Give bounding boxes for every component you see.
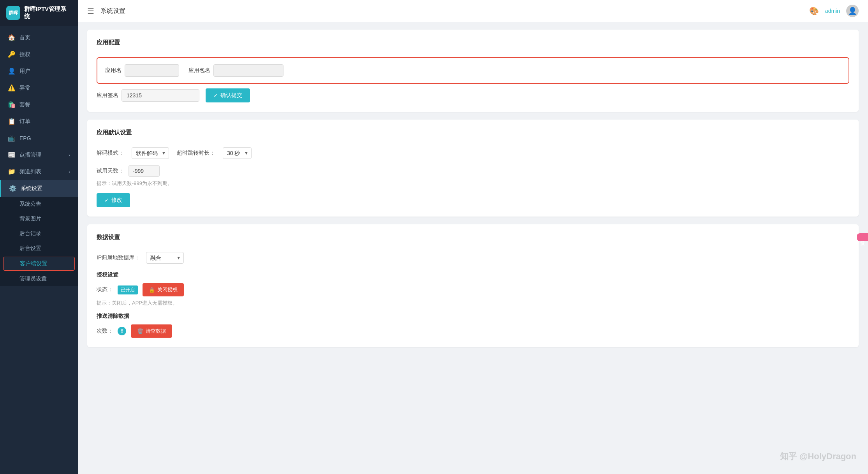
sidebar-item-notice[interactable]: 系统公告 (0, 197, 78, 211)
decode-row: 解码模式： 软件解码 硬件解码 ▼ 超时跳转时长： 10 秒 20 秒 30 秒… (97, 147, 849, 159)
home-icon: 🏠 (8, 34, 16, 41)
sidebar-sub-label: 管理员设置 (19, 275, 47, 282)
page-title: 系统设置 (100, 7, 125, 15)
app-pkg-group: 应用包名 (188, 64, 283, 77)
auth-subtitle: 授权设置 (97, 271, 849, 278)
sidebar-item-client-settings[interactable]: 客户端设置 (3, 257, 75, 271)
sidebar-item-order[interactable]: 📋 订单 (0, 113, 78, 130)
modify-button[interactable]: ✓ 修改 (97, 193, 130, 207)
clear-icon: 🗑️ (137, 328, 143, 334)
timeout-label: 超时跳转时长： (177, 150, 215, 157)
sidebar-item-channel[interactable]: 📁 频道列表 › (0, 163, 78, 180)
app-sign-label: 应用签名 (97, 92, 118, 99)
order-icon: 📋 (8, 118, 16, 125)
menu-icon[interactable]: ☰ (87, 6, 94, 16)
main-area: ☰ 系统设置 🎨 admin 👤 应用配置 应用名 应用包名 (78, 0, 868, 474)
sidebar-item-package[interactable]: 🛍️ 套餐 (0, 96, 78, 113)
user-icon: 👤 (8, 67, 16, 75)
decode-label: 解码模式： (97, 150, 124, 157)
sidebar-item-user[interactable]: 👤 用户 (0, 63, 78, 79)
sidebar-subnav: 系统公告 背景图片 后台记录 后台设置 客户端设置 管理员设置 (0, 197, 78, 286)
sidebar-item-auth[interactable]: 🔑 授权 (0, 46, 78, 63)
check-icon: ✓ (104, 197, 109, 203)
data-settings-card: 数据设置 IP归属地数据库： 融合 纯真 MaxMind ▼ 授权设置 状态： … (87, 224, 859, 347)
sidebar-item-label: 系统设置 (21, 185, 42, 192)
sidebar-item-settings[interactable]: ⚙️ 系统设置 (0, 180, 78, 197)
status-badge: 已开启 (118, 285, 138, 294)
sidebar-sub-label: 客户端设置 (20, 260, 47, 266)
settings-icon: ⚙️ (9, 185, 17, 192)
trial-row: 试用天数： (97, 165, 849, 177)
content-area: 应用配置 应用名 应用包名 应用签名 ✓ 确认提交 (78, 22, 868, 474)
app-name-input[interactable] (125, 64, 179, 77)
broadcast-icon: 📰 (8, 151, 16, 159)
user-name[interactable]: admin (825, 8, 840, 14)
chevron-right-icon: › (69, 169, 70, 174)
auth-status-row: 状态： 已开启 🔒 关闭授权 (97, 283, 849, 296)
sidebar-item-backend-settings[interactable]: 后台设置 (0, 241, 78, 256)
feedback-button[interactable]: 反馈 (857, 233, 868, 241)
sidebar: 群晖 群晖IPTV管理系统 🏠 首页 🔑 授权 👤 用户 ⚠️ 异常 🛍️ 套餐… (0, 0, 78, 474)
trial-days-input[interactable] (129, 165, 160, 177)
sidebar-item-admin-settings[interactable]: 管理员设置 (0, 271, 78, 286)
state-label: 状态： (97, 286, 113, 293)
close-auth-label: 关闭授权 (157, 286, 178, 293)
default-settings-title: 应用默认设置 (97, 129, 849, 139)
sidebar-sub-label: 背景图片 (19, 215, 41, 222)
lock-icon: 🔒 (149, 287, 155, 293)
app-sign-input[interactable] (121, 89, 199, 102)
ip-db-row: IP归属地数据库： 融合 纯真 MaxMind ▼ (97, 252, 849, 264)
app-sign-row: 应用签名 ✓ 确认提交 (97, 88, 849, 102)
decode-select-wrapper: 软件解码 硬件解码 ▼ (132, 147, 169, 159)
close-auth-button[interactable]: 🔒 关闭授权 (143, 283, 184, 296)
clear-label: 清空数据 (146, 328, 166, 335)
data-settings-title: 数据设置 (97, 234, 849, 244)
sidebar-item-home[interactable]: 🏠 首页 (0, 29, 78, 46)
topbar-right: 🎨 admin 👤 (809, 5, 859, 17)
sidebar-item-broadcast[interactable]: 📰 点播管理 › (0, 146, 78, 163)
app-title: 群晖IPTV管理系统 (24, 5, 72, 20)
sidebar-item-label: 订单 (19, 118, 30, 125)
sidebar-item-backend-log[interactable]: 后台记录 (0, 226, 78, 241)
sidebar-sub-label: 后台设置 (19, 245, 41, 251)
push-subtitle: 推送清除数据 (97, 313, 849, 320)
app-name-label: 应用名 (105, 67, 121, 74)
confirm-label: 确认提交 (220, 92, 242, 99)
push-clear-row: 次数： 6 🗑️ 清空数据 (97, 324, 849, 338)
sidebar-item-exception[interactable]: ⚠️ 异常 (0, 79, 78, 96)
sidebar-item-label: 用户 (19, 68, 30, 75)
sidebar-item-label: 首页 (19, 34, 30, 41)
app-name-group: 应用名 (105, 64, 179, 77)
decode-select[interactable]: 软件解码 硬件解码 (132, 147, 169, 159)
exception-icon: ⚠️ (8, 84, 16, 92)
app-sign-group: 应用签名 (97, 89, 199, 102)
auth-hint: 提示：关闭后，APP进入无需授权。 (97, 300, 849, 307)
sidebar-item-epg[interactable]: 📺 EPG (0, 130, 78, 146)
sidebar-item-label: 频道列表 (19, 168, 41, 175)
package-icon: 🛍️ (8, 101, 16, 108)
trial-label: 试用天数： (97, 167, 124, 174)
sidebar-item-label: 异常 (19, 85, 30, 92)
ip-select[interactable]: 融合 纯真 MaxMind (146, 252, 184, 264)
sidebar-item-bg[interactable]: 背景图片 (0, 211, 78, 226)
topbar: ☰ 系统设置 🎨 admin 👤 (78, 0, 868, 22)
clear-data-button[interactable]: 🗑️ 清空数据 (131, 324, 172, 338)
confirm-submit-button[interactable]: ✓ 确认提交 (206, 88, 250, 102)
sidebar-nav: 🏠 首页 🔑 授权 👤 用户 ⚠️ 异常 🛍️ 套餐 📋 订单 📺 EPG 📰 (0, 26, 78, 474)
avatar[interactable]: 👤 (846, 5, 859, 17)
app-config-form: 应用名 应用包名 (97, 57, 849, 84)
app-config-title: 应用配置 (97, 39, 849, 49)
times-label: 次数： (97, 328, 113, 335)
timeout-select-wrapper: 10 秒 20 秒 30 秒 60 秒 ▼ (223, 147, 252, 159)
auth-icon: 🔑 (8, 51, 16, 58)
sidebar-header: 群晖 群晖IPTV管理系统 (0, 0, 78, 26)
modify-label: 修改 (111, 197, 122, 204)
theme-icon[interactable]: 🎨 (809, 6, 819, 16)
app-pkg-label: 应用包名 (188, 67, 210, 74)
sidebar-sub-label: 系统公告 (19, 201, 41, 207)
default-settings-card: 应用默认设置 解码模式： 软件解码 硬件解码 ▼ 超时跳转时长： 10 秒 20… (87, 120, 859, 217)
timeout-select[interactable]: 10 秒 20 秒 30 秒 60 秒 (223, 147, 252, 159)
sidebar-sub-label: 后台记录 (19, 230, 41, 236)
sidebar-item-label: 授权 (19, 51, 30, 58)
app-pkg-input[interactable] (213, 64, 283, 77)
